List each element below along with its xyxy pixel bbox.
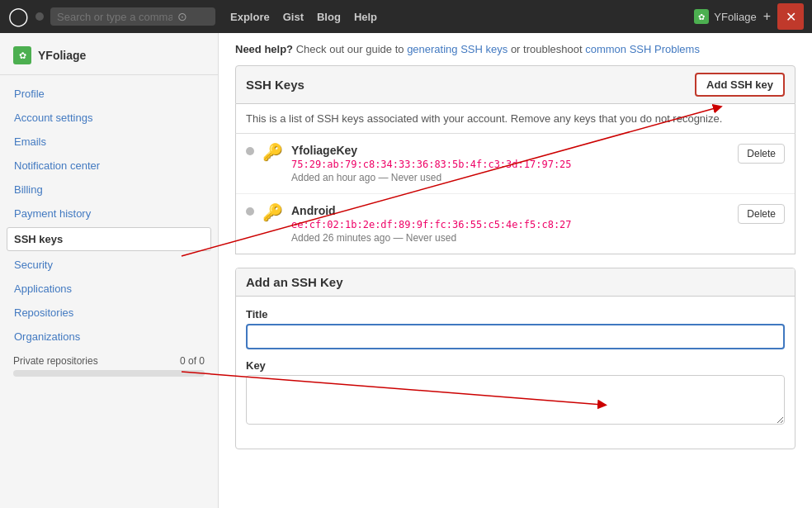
private-repos-count: 0 of 0 [180,355,205,367]
nav-explore[interactable]: Explore [230,11,270,23]
help-or-text: or troubleshoot [511,43,585,55]
search-bar[interactable]: ⊙ [50,7,215,26]
ssh-key-item: 🔑 Android ee:cf:02:1b:2e:df:89:9f:fc:36:… [236,194,795,254]
username-label: YFoliage [714,11,756,23]
sidebar-item-applications[interactable]: Applications [0,277,218,301]
generating-ssh-keys-link[interactable]: generating SSH keys [407,43,508,55]
ssh-keys-section-header: SSH Keys Add SSH key [235,65,795,104]
header-right: ✿ YFoliage + ✕ [694,3,804,30]
sidebar-item-billing[interactable]: Billing [0,178,218,202]
nav-blog[interactable]: Blog [317,11,341,23]
help-text: Need help? Check out our guide to genera… [235,43,795,55]
ssh-key-textarea[interactable] [246,375,785,425]
key-date: Added an hour ago — Never used [291,172,729,183]
close-button[interactable]: ✕ [777,3,804,30]
sidebar-item-account-settings[interactable]: Account settings [0,106,218,130]
ssh-key-list: 🔑 YfoliageKey 75:29:ab:79:c8:34:33:36:83… [235,134,795,254]
ssh-keys-title: SSH Keys [246,78,304,92]
private-repos-section: Private repositories 0 of 0 [0,349,218,380]
key-fingerprint: 75:29:ab:79:c8:34:33:36:83:5b:4f:c3:3d:1… [291,159,729,170]
key-name: YfoliageKey [291,144,729,157]
sidebar-item-emails[interactable]: Emails [0,130,218,154]
header-nav: Explore Gist Blog Help [230,11,377,23]
title-label: Title [246,308,785,320]
key-form-group: Key [246,359,785,427]
search-icon: ⊙ [177,10,187,23]
key-fingerprint: ee:cf:02:1b:2e:df:89:9f:fc:36:55:c5:4e:f… [291,219,729,230]
add-ssh-form-title: Add an SSH Key [246,275,343,289]
key-name: Android [291,204,729,217]
sidebar: ✿ YFoliage Profile Account settings Emai… [0,33,219,508]
close-icon: ✕ [786,9,796,25]
github-logo-icon[interactable]: ◯ [8,6,29,27]
help-prefix: Need help? [235,43,293,55]
delete-key-button[interactable]: Delete [738,204,785,224]
key-date: Added 26 minutes ago — Never used [291,232,729,244]
title-form-group: Title [246,308,785,349]
header: ◯ ⊙ Explore Gist Blog Help ✿ YFoliage + … [0,0,812,33]
main-content: Need help? Check out our guide to genera… [219,33,812,508]
nav-help[interactable]: Help [354,11,377,23]
key-icon: 🔑 [262,142,283,162]
user-menu[interactable]: ✿ YFoliage [694,9,756,24]
sidebar-item-repositories[interactable]: Repositories [0,301,218,325]
sidebar-avatar: ✿ [13,46,31,64]
key-info: YfoliageKey 75:29:ab:79:c8:34:33:36:83:5… [291,144,729,183]
key-status-dot [246,207,254,216]
ssh-key-item: 🔑 YfoliageKey 75:29:ab:79:c8:34:33:36:83… [236,134,795,194]
key-status-dot [246,147,254,155]
search-input[interactable] [57,11,172,23]
add-ssh-form-section: Add an SSH Key Title Key [235,268,795,449]
key-icon: 🔑 [262,202,283,222]
help-text-middle: Check out our guide to [296,43,407,55]
header-dot [35,12,44,21]
common-ssh-problems-link[interactable]: common SSH Problems [585,43,700,55]
add-ssh-form-header: Add an SSH Key [236,268,795,297]
add-ssh-key-button[interactable]: Add SSH key [695,73,785,97]
user-avatar: ✿ [694,9,709,24]
new-item-button[interactable]: + [763,9,771,24]
sidebar-item-profile[interactable]: Profile [0,82,218,106]
layout: ✿ YFoliage Profile Account settings Emai… [0,33,812,508]
private-repos-label: Private repositories 0 of 0 [13,355,205,367]
sidebar-item-organizations[interactable]: Organizations [0,325,218,349]
sidebar-item-notification-center[interactable]: Notification center [0,154,218,178]
sidebar-item-payment-history[interactable]: Payment history [0,202,218,226]
nav-gist[interactable]: Gist [283,11,304,23]
ssh-key-title-input[interactable] [246,324,785,349]
add-ssh-form-body: Title Key [236,297,795,449]
sidebar-item-security[interactable]: Security [0,253,218,277]
key-label: Key [246,359,785,372]
private-repos-bar-container [13,370,205,377]
delete-key-button[interactable]: Delete [738,144,785,164]
sidebar-user: ✿ YFoliage [0,43,218,75]
private-repos-text: Private repositories [13,355,98,367]
key-info: Android ee:cf:02:1b:2e:df:89:9f:fc:36:55… [291,204,729,244]
sidebar-username: YFoliage [38,49,86,62]
ssh-keys-desc: This is a list of SSH keys associated wi… [235,104,795,134]
sidebar-item-ssh-keys[interactable]: SSH keys [7,227,211,251]
